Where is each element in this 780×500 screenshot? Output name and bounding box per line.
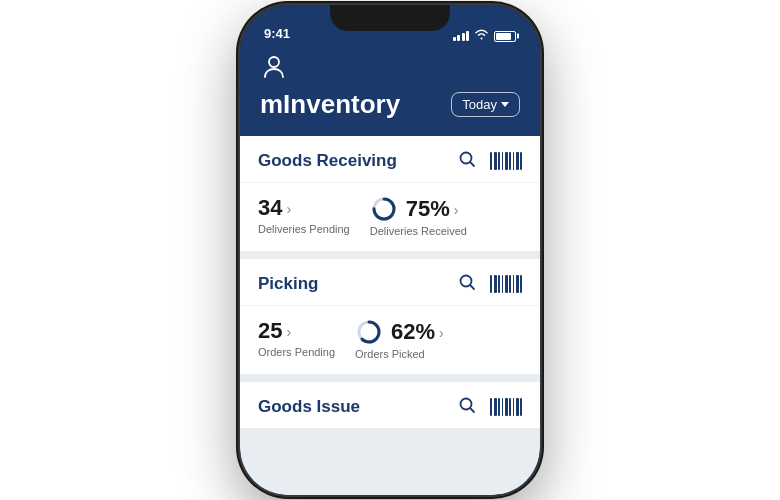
orders-picked-value: 62%: [391, 319, 435, 345]
content-area: Goods Receiving: [240, 136, 540, 495]
picking-icons: [458, 273, 522, 295]
goods-receiving-search-icon[interactable]: [458, 150, 476, 172]
goods-receiving-title: Goods Receiving: [258, 151, 397, 171]
deliveries-received-progress: [370, 195, 398, 223]
notch: [330, 5, 450, 31]
picking-search-icon[interactable]: [458, 273, 476, 295]
status-time: 9:41: [264, 26, 290, 43]
today-label: Today: [462, 97, 497, 112]
screen: 9:41: [240, 5, 540, 495]
signal-icon: [453, 31, 470, 41]
picking-title: Picking: [258, 274, 318, 294]
goods-receiving-barcode-icon[interactable]: [490, 152, 522, 170]
orders-picked-chevron: ›: [439, 325, 444, 341]
svg-line-10: [470, 408, 474, 412]
chevron-down-icon: [501, 102, 509, 107]
orders-pending-label: Orders Pending: [258, 346, 335, 358]
battery-icon: [494, 31, 516, 42]
goods-receiving-card: Goods Receiving: [240, 136, 540, 251]
picking-card: Picking: [240, 259, 540, 374]
deliveries-pending-value: 34: [258, 195, 282, 221]
goods-issue-barcode-icon[interactable]: [490, 398, 522, 416]
svg-point-0: [269, 57, 279, 67]
goods-receiving-icons: [458, 150, 522, 172]
deliveries-pending-stat[interactable]: 34 › Deliveries Pending: [258, 195, 350, 237]
deliveries-received-value: 75%: [406, 196, 450, 222]
svg-line-6: [470, 285, 474, 289]
app-title-row: mInventory Today: [260, 89, 520, 120]
user-avatar-icon[interactable]: [260, 53, 288, 81]
svg-line-2: [470, 162, 474, 166]
goods-receiving-header: Goods Receiving: [240, 136, 540, 183]
deliveries-pending-label: Deliveries Pending: [258, 223, 350, 235]
today-button[interactable]: Today: [451, 92, 520, 117]
wifi-icon: [474, 29, 489, 43]
scene: 9:41: [0, 0, 780, 500]
orders-pending-stat[interactable]: 25 › Orders Pending: [258, 318, 335, 360]
orders-picked-label: Orders Picked: [355, 348, 444, 360]
goods-issue-search-icon[interactable]: [458, 396, 476, 418]
deliveries-received-chevron: ›: [454, 202, 459, 218]
goods-issue-card: Goods Issue: [240, 382, 540, 428]
user-icon-area: [260, 53, 520, 81]
phone-shell: 9:41: [240, 5, 540, 495]
picking-stats: 25 › Orders Pending: [240, 306, 540, 374]
orders-pending-value: 25: [258, 318, 282, 344]
deliveries-pending-chevron: ›: [286, 201, 291, 217]
picking-barcode-icon[interactable]: [490, 275, 522, 293]
goods-receiving-stats: 34 › Deliveries Pending: [240, 183, 540, 251]
orders-picked-progress: [355, 318, 383, 346]
app-header: mInventory Today: [240, 49, 540, 136]
deliveries-received-stat[interactable]: 75% › Deliveries Received: [370, 195, 467, 237]
goods-issue-title: Goods Issue: [258, 397, 360, 417]
app-title: mInventory: [260, 89, 400, 120]
status-icons: [453, 29, 517, 43]
picking-header: Picking: [240, 259, 540, 306]
goods-issue-header: Goods Issue: [240, 382, 540, 428]
deliveries-received-label: Deliveries Received: [370, 225, 467, 237]
orders-picked-stat[interactable]: 62% › Orders Picked: [355, 318, 444, 360]
orders-pending-chevron: ›: [286, 324, 291, 340]
goods-issue-icons: [458, 396, 522, 418]
